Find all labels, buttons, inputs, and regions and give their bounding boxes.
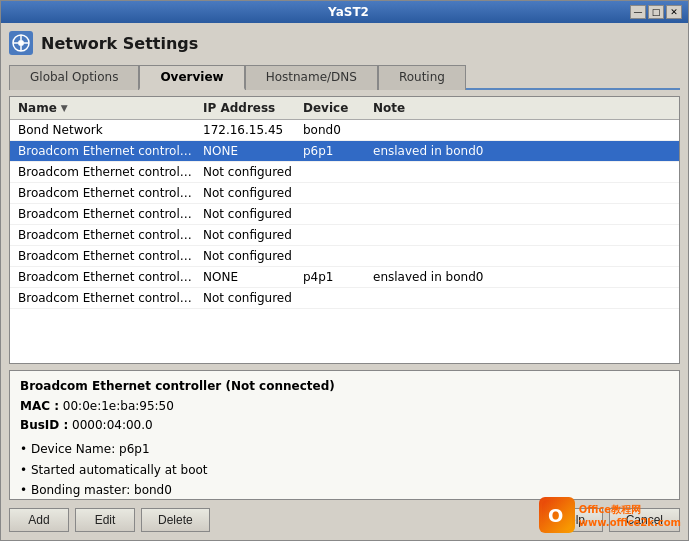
- cell-note: [369, 184, 675, 202]
- table-row[interactable]: Broadcom Ethernet controller NONE p6p1 e…: [10, 141, 679, 162]
- window-content: Network Settings Global Options Overview…: [1, 23, 688, 540]
- sort-arrow-name: ▼: [61, 103, 68, 113]
- mac-label: MAC :: [20, 399, 59, 413]
- cell-note: [369, 121, 675, 139]
- left-buttons: Add Edit Delete: [9, 508, 210, 532]
- detail-bullets: Device Name: p6p1Started automatically a…: [20, 439, 669, 500]
- bullet-item: Started automatically at boot: [20, 460, 669, 480]
- titlebar-buttons: — □ ✕: [630, 5, 682, 19]
- edit-button[interactable]: Edit: [75, 508, 135, 532]
- cell-device: bond0: [299, 121, 369, 139]
- cell-name: Broadcom Ethernet controller: [14, 247, 199, 265]
- column-header-ip: IP Address: [199, 99, 299, 117]
- cell-note: enslaved in bond0: [369, 268, 675, 286]
- cell-name: Broadcom Ethernet controller: [14, 226, 199, 244]
- cell-device: [299, 289, 369, 307]
- svg-text:O: O: [548, 505, 563, 526]
- tab-bar: Global Options Overview Hostname/DNS Rou…: [9, 63, 680, 90]
- mac-value: 00:0e:1e:ba:95:50: [63, 399, 174, 413]
- close-button[interactable]: ✕: [666, 5, 682, 19]
- cell-name: Broadcom Ethernet controller: [14, 205, 199, 223]
- network-table: Name ▼ IP Address Device Note Bond Netwo…: [9, 96, 680, 364]
- window-title: YaST2: [67, 5, 630, 19]
- detail-panel: Broadcom Ethernet controller (Not connec…: [9, 370, 680, 500]
- table-row[interactable]: Broadcom Ethernet controller Not configu…: [10, 162, 679, 183]
- detail-info: MAC : 00:0e:1e:ba:95:50 BusID : 0000:04:…: [20, 397, 669, 435]
- watermark-line1: Office教程网: [579, 503, 681, 517]
- cell-note: [369, 289, 675, 307]
- cell-name: Broadcom Ethernet controller: [14, 184, 199, 202]
- table-body: Bond Network 172.16.15.45 bond0 Broadcom…: [10, 120, 679, 363]
- cell-ip: Not configured: [199, 226, 299, 244]
- tab-global-options[interactable]: Global Options: [9, 65, 139, 90]
- table-row[interactable]: Broadcom Ethernet controller Not configu…: [10, 246, 679, 267]
- column-header-name[interactable]: Name ▼: [14, 99, 199, 117]
- svg-point-1: [18, 40, 24, 46]
- cell-name: Broadcom Ethernet controller: [14, 163, 199, 181]
- cell-ip: NONE: [199, 142, 299, 160]
- bullet-item: Device Name: p6p1: [20, 439, 669, 459]
- cell-name: Bond Network: [14, 121, 199, 139]
- titlebar: YaST2 — □ ✕: [1, 1, 688, 23]
- maximize-button[interactable]: □: [648, 5, 664, 19]
- cell-device: [299, 226, 369, 244]
- table-header: Name ▼ IP Address Device Note: [10, 97, 679, 120]
- cell-ip: Not configured: [199, 247, 299, 265]
- tab-overview[interactable]: Overview: [139, 65, 244, 90]
- main-area: Name ▼ IP Address Device Note Bond Netwo…: [9, 96, 680, 500]
- cell-ip: Not configured: [199, 289, 299, 307]
- cell-note: [369, 226, 675, 244]
- cell-device: p6p1: [299, 142, 369, 160]
- cell-note: [369, 247, 675, 265]
- table-row[interactable]: Broadcom Ethernet controller Not configu…: [10, 225, 679, 246]
- app-icon: [9, 31, 33, 55]
- cell-note: enslaved in bond0: [369, 142, 675, 160]
- table-row[interactable]: Bond Network 172.16.15.45 bond0: [10, 120, 679, 141]
- cell-note: [369, 163, 675, 181]
- column-header-device: Device: [299, 99, 369, 117]
- cell-note: [369, 205, 675, 223]
- detail-title: Broadcom Ethernet controller (Not connec…: [20, 379, 669, 393]
- network-icon: [11, 33, 31, 53]
- cell-ip: NONE: [199, 268, 299, 286]
- minimize-button[interactable]: —: [630, 5, 646, 19]
- cell-ip: 172.16.15.45: [199, 121, 299, 139]
- app-header: Network Settings: [9, 29, 680, 57]
- cell-device: [299, 205, 369, 223]
- watermark-text: Office教程网 www.office2k.com: [579, 503, 681, 528]
- tab-hostname-dns[interactable]: Hostname/DNS: [245, 65, 378, 90]
- cell-device: [299, 247, 369, 265]
- table-row[interactable]: Broadcom Ethernet controller NONE p4p1 e…: [10, 267, 679, 288]
- busid-label: BusID :: [20, 418, 68, 432]
- cell-name: Broadcom Ethernet controller: [14, 268, 199, 286]
- tab-routing[interactable]: Routing: [378, 65, 466, 90]
- busid-value: 0000:04:00.0: [72, 418, 153, 432]
- delete-button[interactable]: Delete: [141, 508, 210, 532]
- cell-device: [299, 163, 369, 181]
- office-logo-icon: O: [542, 500, 572, 530]
- cell-device: p4p1: [299, 268, 369, 286]
- main-window: YaST2 — □ ✕ Network Settings Global Opt: [0, 0, 689, 541]
- table-row[interactable]: Broadcom Ethernet controller Not configu…: [10, 204, 679, 225]
- watermark-line2: www.office2k.com: [579, 517, 681, 528]
- office-logo: O: [539, 497, 575, 533]
- cell-ip: Not configured: [199, 184, 299, 202]
- cell-ip: Not configured: [199, 163, 299, 181]
- watermark: O Office教程网 www.office2k.com: [539, 497, 681, 533]
- cell-ip: Not configured: [199, 205, 299, 223]
- table-row[interactable]: Broadcom Ethernet controller Not configu…: [10, 183, 679, 204]
- cell-name: Broadcom Ethernet controller: [14, 142, 199, 160]
- table-row[interactable]: Broadcom Ethernet controller Not configu…: [10, 288, 679, 309]
- cell-device: [299, 184, 369, 202]
- cell-name: Broadcom Ethernet controller: [14, 289, 199, 307]
- add-button[interactable]: Add: [9, 508, 69, 532]
- app-title: Network Settings: [41, 34, 198, 53]
- column-header-note: Note: [369, 99, 675, 117]
